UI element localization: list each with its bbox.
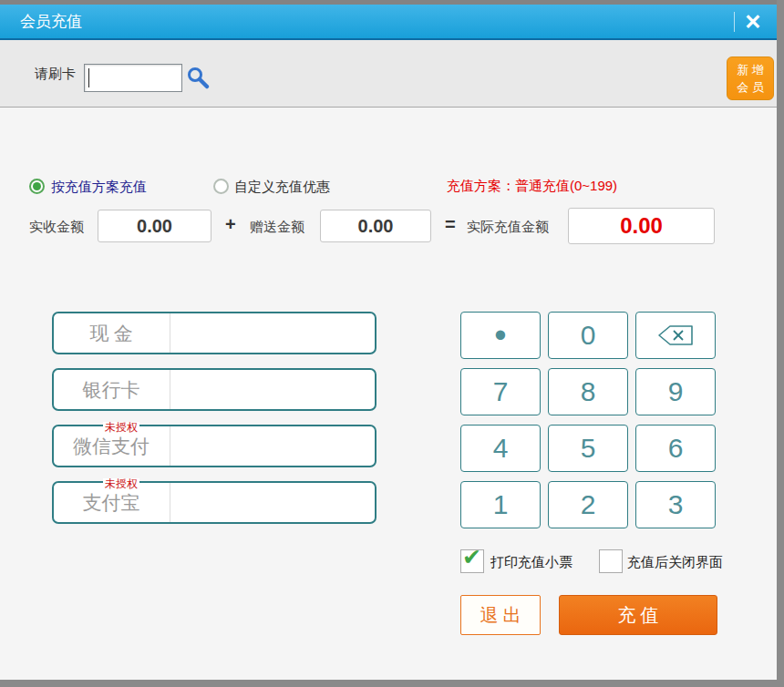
titlebar-separator: [734, 12, 735, 32]
keypad-dot[interactable]: •: [460, 312, 541, 359]
radio-by-plan-label[interactable]: 按充值方案充值: [51, 179, 147, 196]
swipe-card-label: 请刷卡: [35, 66, 76, 83]
print-receipt-checkbox[interactable]: ✔: [460, 549, 484, 573]
backspace-icon: [655, 322, 696, 349]
key-label: 7: [493, 376, 509, 407]
window-frame-right: [777, 0, 784, 687]
key-label: 8: [581, 376, 596, 407]
check-icon: ✔: [462, 544, 481, 570]
radio-by-plan[interactable]: [29, 179, 45, 194]
key-label: 1: [493, 489, 509, 520]
received-amount-label: 实收金额: [29, 219, 84, 236]
keypad-9[interactable]: 9: [635, 368, 716, 415]
payment-divider: [170, 426, 170, 466]
search-icon[interactable]: [186, 66, 211, 91]
key-label: 2: [581, 489, 596, 520]
equals-sign: =: [445, 214, 456, 235]
plus-sign: +: [225, 214, 236, 235]
unauthorized-badge: 未授权: [103, 478, 139, 490]
close-button[interactable]: ✕: [740, 7, 766, 36]
card-swipe-header: 请刷卡 新 增 会 员: [0, 40, 777, 108]
member-recharge-dialog: 会员充值 ✕ 请刷卡 新 增 会 员 按充值方案充值 自定义充值优惠 充值方案：…: [0, 0, 784, 687]
key-label: 6: [668, 433, 684, 464]
dot-key-label: •: [494, 316, 506, 355]
key-label: 5: [581, 433, 596, 464]
payment-divider: [170, 483, 170, 522]
window-frame-bottom: [0, 680, 784, 687]
key-label: 9: [668, 376, 684, 407]
add-member-button[interactable]: 新 增 会 员: [727, 56, 774, 100]
exit-button[interactable]: 退 出: [460, 595, 541, 635]
keypad-4[interactable]: 4: [460, 425, 541, 472]
gift-amount-input[interactable]: 0.00: [320, 210, 431, 242]
keypad-7[interactable]: 7: [460, 368, 541, 415]
keypad-8[interactable]: 8: [548, 368, 628, 415]
radio-selected-dot: [33, 182, 41, 190]
actual-amount-label: 实际充值金额: [467, 219, 549, 236]
payment-cash-row[interactable]: 现 金: [52, 312, 377, 354]
payment-wechat-row[interactable]: 微信支付 未授权: [52, 425, 377, 467]
key-label: 4: [493, 433, 509, 464]
payment-divider: [170, 370, 170, 409]
payment-divider: [170, 313, 170, 353]
add-member-label-line1: 新 增: [737, 63, 764, 77]
keypad-2[interactable]: 2: [548, 481, 628, 528]
print-receipt-label[interactable]: 打印充值小票: [490, 554, 573, 571]
key-label: 0: [581, 320, 596, 351]
dialog-title: 会员充值: [20, 5, 82, 38]
received-amount-input[interactable]: 0.00: [98, 210, 211, 242]
keypad-0[interactable]: 0: [548, 312, 628, 359]
payment-bankcard-label: 银行卡: [54, 370, 169, 409]
payment-bankcard-row[interactable]: 银行卡: [52, 368, 377, 411]
card-number-input[interactable]: [84, 64, 182, 92]
unauthorized-badge: 未授权: [103, 422, 139, 434]
keypad-1[interactable]: 1: [460, 481, 541, 528]
radio-custom[interactable]: [213, 179, 229, 194]
actual-amount-value: 0.00: [568, 208, 715, 244]
keypad-3[interactable]: 3: [635, 481, 716, 528]
gift-amount-label: 赠送金额: [250, 219, 304, 236]
keypad-6[interactable]: 6: [635, 425, 716, 472]
radio-custom-label[interactable]: 自定义充值优惠: [234, 179, 330, 196]
plan-info-text: 充值方案：普通充值(0~199): [447, 178, 617, 195]
keypad-backspace[interactable]: [635, 312, 716, 359]
close-after-label[interactable]: 充值后关闭界面: [627, 554, 723, 571]
keypad-5[interactable]: 5: [548, 425, 628, 472]
titlebar: 会员充值 ✕: [0, 5, 777, 40]
add-member-label-line2: 会 员: [737, 80, 764, 94]
recharge-button[interactable]: 充 值: [559, 595, 717, 635]
payment-cash-label: 现 金: [54, 313, 169, 353]
payment-alipay-row[interactable]: 支付宝 未授权: [52, 481, 377, 524]
key-label: 3: [668, 489, 684, 520]
close-after-checkbox[interactable]: [599, 549, 623, 573]
text-caret: [88, 68, 89, 87]
close-icon: ✕: [744, 10, 761, 34]
